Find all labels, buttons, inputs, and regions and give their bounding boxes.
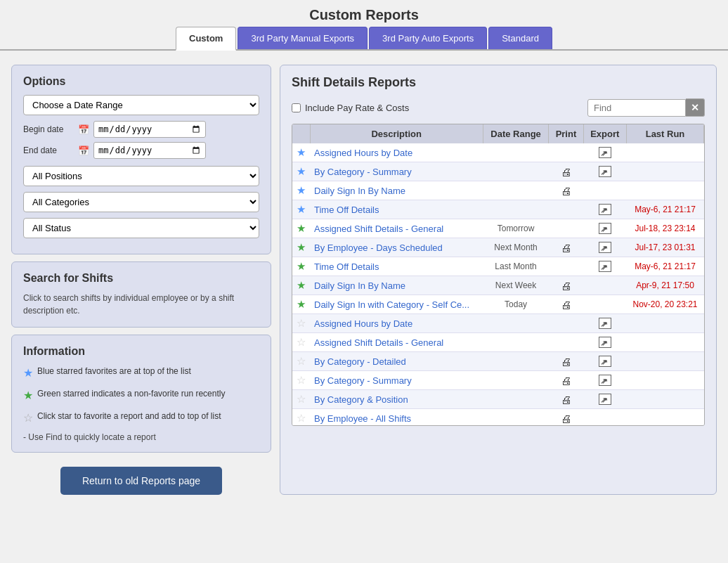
print-icon[interactable]: 🖨 — [561, 299, 571, 311]
print-cell[interactable]: 🖨 — [549, 352, 583, 371]
print-cell[interactable]: 🖨 — [549, 295, 583, 314]
desc-cell[interactable]: Daily Sign In By Name — [310, 276, 483, 295]
print-icon[interactable]: 🖨 — [561, 280, 571, 292]
empty-star-icon[interactable]: ☆ — [297, 393, 306, 405]
export-icon[interactable]: ↗ — [599, 337, 611, 348]
blue-star-icon[interactable]: ★ — [297, 184, 306, 196]
desc-cell[interactable]: Assigned Shift Details - General — [310, 219, 483, 238]
blue-star-icon[interactable]: ★ — [297, 146, 306, 158]
desc-cell[interactable]: By Category & Position — [310, 390, 483, 409]
export-cell[interactable]: ↗ — [583, 390, 626, 409]
tab-3rd-party-auto[interactable]: 3rd Party Auto Exports — [369, 27, 487, 49]
blue-star-icon[interactable]: ★ — [297, 203, 306, 215]
begin-date-input[interactable] — [93, 121, 206, 138]
export-cell[interactable]: ↗ — [583, 238, 626, 257]
export-icon[interactable]: ↗ — [599, 147, 611, 158]
export-cell[interactable]: ↗ — [583, 219, 626, 238]
print-cell[interactable]: 🖨 — [549, 276, 583, 295]
print-cell[interactable]: 🖨 — [549, 238, 583, 257]
star-cell[interactable]: ★ — [292, 200, 310, 219]
right-panel: Shift Details Reports Include Pay Rate &… — [280, 65, 717, 495]
blue-star-icon[interactable]: ★ — [297, 165, 306, 177]
print-icon[interactable]: 🖨 — [561, 413, 571, 425]
export-cell[interactable]: ↗ — [583, 314, 626, 333]
print-cell[interactable]: 🖨 — [549, 390, 583, 409]
print-cell[interactable]: 🖨 — [549, 409, 583, 427]
desc-cell[interactable]: Assigned Hours by Date — [310, 143, 483, 162]
empty-star-icon[interactable]: ☆ — [297, 374, 306, 386]
green-star-icon[interactable]: ★ — [297, 260, 306, 272]
export-icon[interactable]: ↗ — [599, 204, 611, 215]
export-cell[interactable]: ↗ — [583, 352, 626, 371]
categories-select[interactable]: All Categories — [23, 192, 259, 212]
export-cell[interactable]: ↗ — [583, 371, 626, 390]
return-button[interactable]: Return to old Reports page — [60, 467, 222, 495]
star-cell[interactable]: ★ — [292, 276, 310, 295]
empty-star-icon[interactable]: ☆ — [297, 355, 306, 367]
print-icon[interactable]: 🖨 — [561, 394, 571, 406]
print-cell[interactable]: 🖨 — [549, 371, 583, 390]
desc-cell[interactable]: Assigned Hours by Date — [310, 314, 483, 333]
desc-cell[interactable]: Assigned Shift Details - General — [310, 333, 483, 352]
star-cell[interactable]: ☆ — [292, 314, 310, 333]
export-cell[interactable]: ↗ — [583, 162, 626, 181]
desc-cell[interactable]: By Employee - All Shifts — [310, 409, 483, 427]
green-star-icon[interactable]: ★ — [297, 279, 306, 291]
export-icon[interactable]: ↗ — [599, 318, 611, 329]
star-cell[interactable]: ☆ — [292, 371, 310, 390]
star-cell[interactable]: ☆ — [292, 352, 310, 371]
find-clear-button[interactable]: ✕ — [686, 98, 705, 117]
desc-cell[interactable]: Time Off Details — [310, 200, 483, 219]
date-range-select[interactable]: Choose a Date Range — [23, 95, 259, 115]
star-cell[interactable]: ★ — [292, 162, 310, 181]
print-icon[interactable]: 🖨 — [561, 375, 571, 387]
find-input[interactable] — [587, 99, 686, 117]
tab-standard[interactable]: Standard — [488, 27, 552, 49]
export-icon[interactable]: ↗ — [599, 375, 611, 386]
export-cell[interactable]: ↗ — [583, 143, 626, 162]
end-date-input[interactable] — [93, 142, 206, 159]
print-cell[interactable]: 🖨 — [549, 162, 583, 181]
star-cell[interactable]: ★ — [292, 143, 310, 162]
empty-star-icon[interactable]: ☆ — [297, 336, 306, 348]
star-cell[interactable]: ☆ — [292, 409, 310, 427]
tab-custom[interactable]: Custom — [176, 27, 236, 51]
print-icon[interactable]: 🖨 — [561, 242, 571, 254]
export-icon[interactable]: ↗ — [599, 166, 611, 177]
print-cell[interactable]: 🖨 — [549, 181, 583, 200]
desc-cell[interactable]: Time Off Details — [310, 257, 483, 276]
desc-cell[interactable]: By Category - Summary — [310, 371, 483, 390]
star-cell[interactable]: ★ — [292, 257, 310, 276]
star-cell[interactable]: ★ — [292, 181, 310, 200]
export-icon[interactable]: ↗ — [599, 394, 611, 405]
star-cell[interactable]: ★ — [292, 295, 310, 314]
green-star-icon[interactable]: ★ — [297, 241, 306, 253]
export-icon[interactable]: ↗ — [599, 242, 611, 253]
export-cell[interactable]: ↗ — [583, 257, 626, 276]
status-select[interactable]: All Status — [23, 218, 259, 238]
star-cell[interactable]: ★ — [292, 238, 310, 257]
export-icon[interactable]: ↗ — [599, 356, 611, 367]
print-icon[interactable]: 🖨 — [561, 185, 571, 197]
include-pay-checkbox[interactable] — [292, 103, 301, 112]
export-cell[interactable]: ↗ — [583, 333, 626, 352]
export-icon[interactable]: ↗ — [599, 223, 611, 234]
print-icon[interactable]: 🖨 — [561, 166, 571, 178]
empty-star-icon[interactable]: ☆ — [297, 412, 306, 424]
desc-cell[interactable]: Daily Sign In with Category - Self Ce... — [310, 295, 483, 314]
desc-cell[interactable]: By Category - Detailed — [310, 352, 483, 371]
tab-3rd-party-manual[interactable]: 3rd Party Manual Exports — [238, 27, 368, 49]
empty-star-icon[interactable]: ☆ — [297, 317, 306, 329]
export-cell[interactable]: ↗ — [583, 200, 626, 219]
star-cell[interactable]: ☆ — [292, 390, 310, 409]
green-star-icon[interactable]: ★ — [297, 222, 306, 234]
positions-select[interactable]: All Positions — [23, 166, 259, 186]
desc-cell[interactable]: By Employee - Days Scheduled — [310, 238, 483, 257]
desc-cell[interactable]: By Category - Summary — [310, 162, 483, 181]
star-cell[interactable]: ★ — [292, 219, 310, 238]
green-star-icon[interactable]: ★ — [297, 298, 306, 310]
desc-cell[interactable]: Daily Sign In By Name — [310, 181, 483, 200]
print-icon[interactable]: 🖨 — [561, 356, 571, 368]
export-icon[interactable]: ↗ — [599, 261, 611, 272]
star-cell[interactable]: ☆ — [292, 333, 310, 352]
